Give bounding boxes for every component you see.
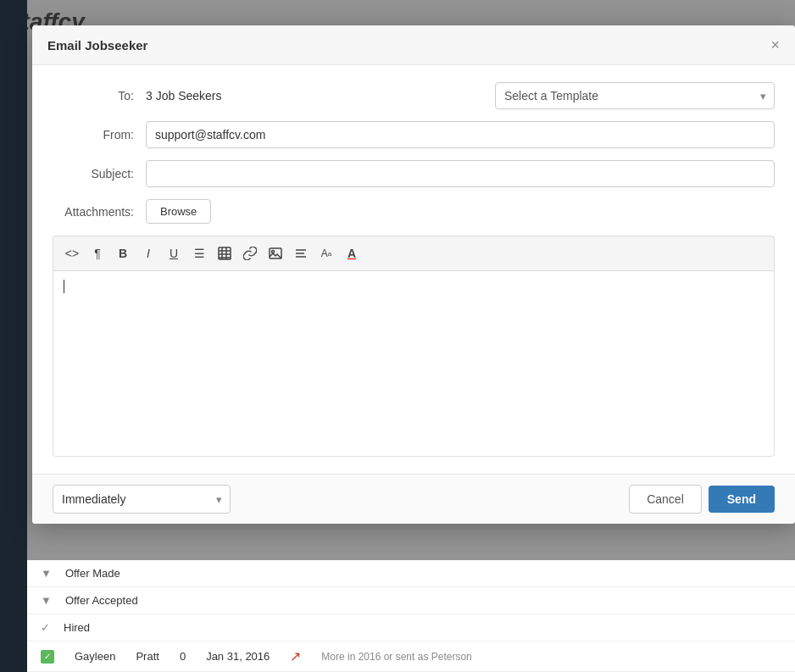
email-body-editor[interactable]	[53, 270, 775, 457]
text-cursor	[64, 280, 64, 293]
image-icon[interactable]	[264, 242, 287, 265]
score: 0	[180, 650, 186, 663]
table-icon[interactable]	[213, 242, 236, 265]
to-value: 3 Job Seekers	[146, 89, 366, 103]
font-color-icon[interactable]: A	[340, 242, 364, 265]
subject-label: Subject:	[53, 167, 146, 180]
row-checkbox: ✓	[41, 650, 54, 664]
list-icon[interactable]: ☰	[187, 242, 211, 265]
attachments-row: Attachments: Browse	[53, 199, 775, 224]
from-input[interactable]	[146, 121, 775, 148]
browse-button[interactable]: Browse	[146, 199, 211, 224]
link-icon[interactable]	[238, 242, 262, 265]
from-label: From:	[53, 128, 146, 142]
code-icon[interactable]: <>	[60, 242, 84, 265]
underline-icon[interactable]: U	[162, 242, 186, 265]
to-label: To:	[53, 89, 146, 103]
attachments-label: Attachments:	[53, 205, 146, 219]
last-name: Pratt	[136, 650, 158, 663]
filter-label-offer-accepted: Offer Accepted	[65, 594, 138, 607]
template-select-wrapper[interactable]: Select a Template	[495, 82, 775, 109]
table-row-gayleen: ✓ Gayleen Pratt 0 Jan 31, 2016 ↗ More in…	[27, 641, 795, 672]
align-icon[interactable]	[289, 242, 313, 265]
to-row: To: 3 Job Seekers Select a Template	[53, 82, 775, 109]
editor-toolbar: <> ¶ B I U ☰	[53, 236, 775, 270]
filter-row-offer-accepted: ▼ Offer Accepted	[27, 587, 795, 614]
background-table: ▼ Offer Made ▼ Offer Accepted ✓ Hired ✓ …	[27, 560, 795, 672]
bold-icon[interactable]: B	[111, 242, 135, 265]
date: Jan 31, 2016	[206, 650, 270, 663]
modal-body: To: 3 Job Seekers Select a Template From…	[32, 65, 795, 474]
font-size-icon[interactable]: Aa	[314, 242, 338, 265]
filter-row-hired: ✓ Hired	[27, 614, 795, 641]
first-name: Gayleen	[75, 650, 115, 663]
external-link-icon[interactable]: ↗	[290, 648, 301, 664]
schedule-select[interactable]: Immediately Schedule for later	[53, 485, 231, 514]
email-jobseeker-modal: Email Jobseeker × To: 3 Job Seekers Sele…	[32, 25, 795, 524]
paragraph-icon[interactable]: ¶	[86, 242, 109, 265]
footer-buttons: Cancel Send	[629, 485, 775, 514]
modal-header: Email Jobseeker ×	[32, 25, 795, 65]
filter-label-hired: Hired	[64, 621, 90, 634]
schedule-select-wrapper[interactable]: Immediately Schedule for later	[53, 485, 231, 514]
template-select[interactable]: Select a Template	[495, 82, 775, 109]
modal-footer: Immediately Schedule for later Cancel Se…	[32, 474, 795, 524]
filter-row-offer-made: ▼ Offer Made	[27, 560, 795, 587]
italic-icon[interactable]: I	[136, 242, 160, 265]
modal-close-button[interactable]: ×	[770, 37, 780, 53]
notes: More in 2016 or sent as Peterson	[321, 651, 471, 663]
from-row: From:	[53, 121, 775, 148]
send-button[interactable]: Send	[709, 486, 775, 513]
cancel-button[interactable]: Cancel	[629, 485, 702, 514]
subject-row: Subject:	[53, 160, 775, 187]
filter-label-offer-made: Offer Made	[65, 567, 120, 580]
subject-input[interactable]	[146, 160, 775, 187]
modal-title: Email Jobseeker	[47, 38, 147, 53]
